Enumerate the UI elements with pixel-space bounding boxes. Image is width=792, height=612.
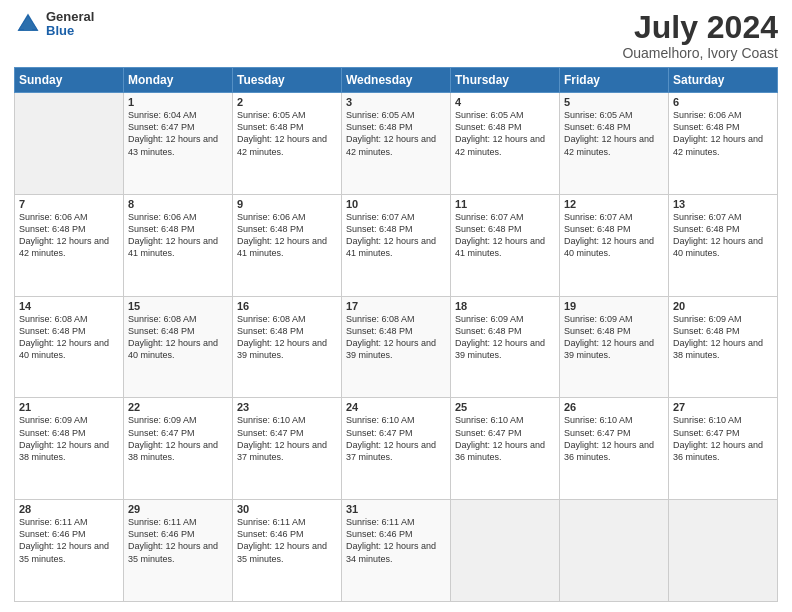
day-info: Sunrise: 6:11 AMSunset: 6:46 PMDaylight:… <box>128 516 228 565</box>
day-number: 18 <box>455 300 555 312</box>
day-info: Sunrise: 6:11 AMSunset: 6:46 PMDaylight:… <box>346 516 446 565</box>
day-info: Sunrise: 6:06 AMSunset: 6:48 PMDaylight:… <box>19 211 119 260</box>
day-number: 30 <box>237 503 337 515</box>
calendar-week-row: 7Sunrise: 6:06 AMSunset: 6:48 PMDaylight… <box>15 194 778 296</box>
calendar-cell: 2Sunrise: 6:05 AMSunset: 6:48 PMDaylight… <box>233 93 342 195</box>
day-info: Sunrise: 6:09 AMSunset: 6:48 PMDaylight:… <box>673 313 773 362</box>
day-info: Sunrise: 6:08 AMSunset: 6:48 PMDaylight:… <box>346 313 446 362</box>
day-header-tuesday: Tuesday <box>233 68 342 93</box>
calendar-cell: 4Sunrise: 6:05 AMSunset: 6:48 PMDaylight… <box>451 93 560 195</box>
day-number: 20 <box>673 300 773 312</box>
day-info: Sunrise: 6:10 AMSunset: 6:47 PMDaylight:… <box>237 414 337 463</box>
day-number: 4 <box>455 96 555 108</box>
calendar-cell: 12Sunrise: 6:07 AMSunset: 6:48 PMDayligh… <box>560 194 669 296</box>
day-info: Sunrise: 6:08 AMSunset: 6:48 PMDaylight:… <box>237 313 337 362</box>
header: General Blue July 2024 Ouamelhoro, Ivory… <box>14 10 778 61</box>
calendar-week-row: 14Sunrise: 6:08 AMSunset: 6:48 PMDayligh… <box>15 296 778 398</box>
day-info: Sunrise: 6:04 AMSunset: 6:47 PMDaylight:… <box>128 109 228 158</box>
day-info: Sunrise: 6:06 AMSunset: 6:48 PMDaylight:… <box>673 109 773 158</box>
day-number: 8 <box>128 198 228 210</box>
calendar-cell: 27Sunrise: 6:10 AMSunset: 6:47 PMDayligh… <box>669 398 778 500</box>
calendar-header-row: SundayMondayTuesdayWednesdayThursdayFrid… <box>15 68 778 93</box>
calendar-cell: 11Sunrise: 6:07 AMSunset: 6:48 PMDayligh… <box>451 194 560 296</box>
day-info: Sunrise: 6:05 AMSunset: 6:48 PMDaylight:… <box>346 109 446 158</box>
logo-general-text: General <box>46 10 94 24</box>
logo-icon <box>14 10 42 38</box>
day-header-thursday: Thursday <box>451 68 560 93</box>
svg-rect-2 <box>24 26 32 32</box>
day-number: 6 <box>673 96 773 108</box>
day-header-monday: Monday <box>124 68 233 93</box>
logo-text: General Blue <box>46 10 94 39</box>
day-info: Sunrise: 6:09 AMSunset: 6:48 PMDaylight:… <box>564 313 664 362</box>
calendar-cell: 21Sunrise: 6:09 AMSunset: 6:48 PMDayligh… <box>15 398 124 500</box>
day-info: Sunrise: 6:10 AMSunset: 6:47 PMDaylight:… <box>455 414 555 463</box>
day-number: 9 <box>237 198 337 210</box>
calendar-cell: 7Sunrise: 6:06 AMSunset: 6:48 PMDaylight… <box>15 194 124 296</box>
day-number: 16 <box>237 300 337 312</box>
day-number: 21 <box>19 401 119 413</box>
day-number: 12 <box>564 198 664 210</box>
day-info: Sunrise: 6:07 AMSunset: 6:48 PMDaylight:… <box>455 211 555 260</box>
calendar-cell: 24Sunrise: 6:10 AMSunset: 6:47 PMDayligh… <box>342 398 451 500</box>
day-info: Sunrise: 6:10 AMSunset: 6:47 PMDaylight:… <box>564 414 664 463</box>
calendar-cell: 30Sunrise: 6:11 AMSunset: 6:46 PMDayligh… <box>233 500 342 602</box>
calendar-cell: 9Sunrise: 6:06 AMSunset: 6:48 PMDaylight… <box>233 194 342 296</box>
day-number: 22 <box>128 401 228 413</box>
day-info: Sunrise: 6:05 AMSunset: 6:48 PMDaylight:… <box>237 109 337 158</box>
calendar-cell: 8Sunrise: 6:06 AMSunset: 6:48 PMDaylight… <box>124 194 233 296</box>
calendar-cell: 25Sunrise: 6:10 AMSunset: 6:47 PMDayligh… <box>451 398 560 500</box>
day-number: 31 <box>346 503 446 515</box>
day-number: 15 <box>128 300 228 312</box>
calendar-week-row: 21Sunrise: 6:09 AMSunset: 6:48 PMDayligh… <box>15 398 778 500</box>
calendar-cell: 10Sunrise: 6:07 AMSunset: 6:48 PMDayligh… <box>342 194 451 296</box>
calendar-cell: 17Sunrise: 6:08 AMSunset: 6:48 PMDayligh… <box>342 296 451 398</box>
logo-blue-text: Blue <box>46 24 94 38</box>
main-title: July 2024 <box>622 10 778 45</box>
calendar-week-row: 1Sunrise: 6:04 AMSunset: 6:47 PMDaylight… <box>15 93 778 195</box>
day-number: 28 <box>19 503 119 515</box>
calendar-cell <box>560 500 669 602</box>
calendar-cell: 26Sunrise: 6:10 AMSunset: 6:47 PMDayligh… <box>560 398 669 500</box>
day-number: 29 <box>128 503 228 515</box>
calendar-cell: 15Sunrise: 6:08 AMSunset: 6:48 PMDayligh… <box>124 296 233 398</box>
day-info: Sunrise: 6:08 AMSunset: 6:48 PMDaylight:… <box>128 313 228 362</box>
day-number: 23 <box>237 401 337 413</box>
calendar-cell: 18Sunrise: 6:09 AMSunset: 6:48 PMDayligh… <box>451 296 560 398</box>
calendar-cell: 13Sunrise: 6:07 AMSunset: 6:48 PMDayligh… <box>669 194 778 296</box>
day-header-saturday: Saturday <box>669 68 778 93</box>
day-header-friday: Friday <box>560 68 669 93</box>
day-info: Sunrise: 6:07 AMSunset: 6:48 PMDaylight:… <box>346 211 446 260</box>
calendar-cell: 22Sunrise: 6:09 AMSunset: 6:47 PMDayligh… <box>124 398 233 500</box>
calendar-cell: 19Sunrise: 6:09 AMSunset: 6:48 PMDayligh… <box>560 296 669 398</box>
calendar-cell: 6Sunrise: 6:06 AMSunset: 6:48 PMDaylight… <box>669 93 778 195</box>
calendar-cell: 31Sunrise: 6:11 AMSunset: 6:46 PMDayligh… <box>342 500 451 602</box>
day-number: 19 <box>564 300 664 312</box>
day-number: 17 <box>346 300 446 312</box>
day-info: Sunrise: 6:11 AMSunset: 6:46 PMDaylight:… <box>237 516 337 565</box>
day-number: 27 <box>673 401 773 413</box>
calendar-cell <box>451 500 560 602</box>
calendar-cell: 23Sunrise: 6:10 AMSunset: 6:47 PMDayligh… <box>233 398 342 500</box>
day-number: 13 <box>673 198 773 210</box>
day-info: Sunrise: 6:11 AMSunset: 6:46 PMDaylight:… <box>19 516 119 565</box>
calendar-cell: 20Sunrise: 6:09 AMSunset: 6:48 PMDayligh… <box>669 296 778 398</box>
day-number: 3 <box>346 96 446 108</box>
logo: General Blue <box>14 10 94 39</box>
day-info: Sunrise: 6:10 AMSunset: 6:47 PMDaylight:… <box>673 414 773 463</box>
day-info: Sunrise: 6:07 AMSunset: 6:48 PMDaylight:… <box>564 211 664 260</box>
day-number: 10 <box>346 198 446 210</box>
calendar-cell: 5Sunrise: 6:05 AMSunset: 6:48 PMDaylight… <box>560 93 669 195</box>
calendar-week-row: 28Sunrise: 6:11 AMSunset: 6:46 PMDayligh… <box>15 500 778 602</box>
calendar-cell: 3Sunrise: 6:05 AMSunset: 6:48 PMDaylight… <box>342 93 451 195</box>
day-info: Sunrise: 6:07 AMSunset: 6:48 PMDaylight:… <box>673 211 773 260</box>
day-number: 14 <box>19 300 119 312</box>
calendar-table: SundayMondayTuesdayWednesdayThursdayFrid… <box>14 67 778 602</box>
subtitle: Ouamelhoro, Ivory Coast <box>622 45 778 61</box>
calendar-cell <box>669 500 778 602</box>
day-number: 26 <box>564 401 664 413</box>
day-info: Sunrise: 6:05 AMSunset: 6:48 PMDaylight:… <box>455 109 555 158</box>
day-header-wednesday: Wednesday <box>342 68 451 93</box>
day-number: 11 <box>455 198 555 210</box>
day-number: 2 <box>237 96 337 108</box>
